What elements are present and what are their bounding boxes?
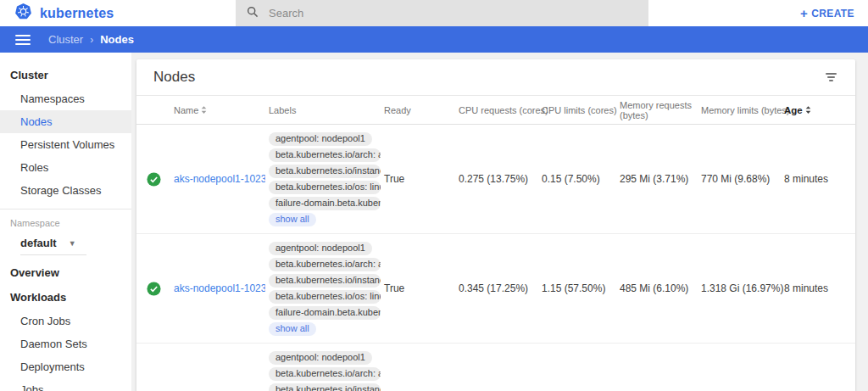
- search-icon: [247, 6, 259, 21]
- cpu-limits-value: 0.15 (7.50%): [542, 173, 620, 185]
- ready-value: True: [384, 173, 459, 185]
- search-bar[interactable]: [236, 0, 648, 26]
- cpu-requests-value: 0.275 (13.75%): [459, 173, 542, 185]
- menu-icon[interactable]: [15, 35, 31, 45]
- age-value: 8 minutes: [784, 173, 845, 185]
- sidebar-header-cluster[interactable]: Cluster: [0, 63, 131, 87]
- sidebar-item-daemon-sets[interactable]: Daemon Sets: [0, 332, 131, 355]
- table-row: aks-nodepool1-10230590-vm… agentpool: no…: [136, 344, 855, 391]
- sidebar-item-cron-jobs[interactable]: Cron Jobs: [0, 310, 131, 332]
- status-ok-icon: [145, 172, 174, 187]
- namespace-label: Namespace: [0, 209, 131, 232]
- app-title: kubernetes: [40, 6, 114, 21]
- ready-value: True: [384, 282, 459, 294]
- sidebar-item-namespaces[interactable]: Namespaces: [0, 87, 131, 110]
- app-header: kubernetes + CREATE: [0, 0, 868, 26]
- kubernetes-logo[interactable]: kubernetes: [0, 3, 236, 24]
- kubernetes-logo-icon: [14, 3, 32, 24]
- node-name-link[interactable]: aks-nodepool1-10230590-vm…: [174, 282, 265, 294]
- main-content: Nodes Name Labels Ready CPU requests (co…: [131, 53, 868, 391]
- table-header: Name Labels Ready CPU requests (cores) C…: [136, 96, 855, 125]
- chevron-right-icon: ›: [90, 34, 93, 46]
- cpu-requests-value: 0.345 (17.25%): [459, 282, 542, 294]
- label-chip: beta.kubernetes.io/arch: amd…: [269, 258, 381, 271]
- label-chip: failure-domain.beta.kubernet…: [269, 306, 381, 320]
- breadcrumb-section[interactable]: Cluster: [48, 33, 83, 46]
- labels-cell: agentpool: nodepool1 beta.kubernetes.io/…: [269, 125, 384, 233]
- filter-icon[interactable]: [822, 70, 840, 85]
- sidebar-item-roles[interactable]: Roles: [0, 156, 131, 179]
- sort-icon: [805, 105, 811, 115]
- sidebar-nav: Cluster Namespaces Nodes Persistent Volu…: [0, 53, 131, 391]
- caret-down-icon: ▼: [69, 239, 76, 248]
- sort-icon: [201, 105, 207, 115]
- column-header-memory-limits[interactable]: Memory limits (bytes): [701, 102, 784, 119]
- show-all-button[interactable]: show all: [269, 213, 316, 226]
- label-chip: agentpool: nodepool1: [269, 132, 372, 146]
- table-row: aks-nodepool1-10230590-vm… agentpool: no…: [136, 125, 855, 234]
- nodes-card: Nodes Name Labels Ready CPU requests (co…: [136, 59, 855, 391]
- labels-cell: agentpool: nodepool1 beta.kubernetes.io/…: [269, 234, 384, 343]
- sidebar-item-overview[interactable]: Overview: [0, 260, 131, 285]
- column-header-ready[interactable]: Ready: [384, 102, 459, 119]
- age-value: 8 minutes: [784, 282, 845, 294]
- sidebar-header-workloads[interactable]: Workloads: [0, 285, 131, 310]
- create-button-label: CREATE: [811, 8, 854, 20]
- column-header-cpu-limits[interactable]: CPU limits (cores): [542, 102, 620, 119]
- column-header-name[interactable]: Name: [174, 102, 269, 119]
- card-titlebar: Nodes: [136, 59, 855, 96]
- search-input[interactable]: [269, 7, 591, 20]
- sidebar-item-storage-classes[interactable]: Storage Classes: [0, 179, 131, 202]
- show-all-button[interactable]: show all: [269, 322, 316, 336]
- column-header-labels[interactable]: Labels: [269, 102, 384, 119]
- sidebar-item-persistent-volumes[interactable]: Persistent Volumes: [0, 133, 131, 156]
- labels-cell: agentpool: nodepool1 beta.kubernetes.io/…: [269, 344, 384, 391]
- sidebar-item-deployments[interactable]: Deployments: [0, 355, 131, 378]
- sidebar-item-jobs[interactable]: Jobs: [0, 378, 131, 391]
- header-actions: + CREATE: [648, 8, 868, 20]
- memory-requests-value: 295 Mi (3.71%): [620, 173, 701, 185]
- breadcrumb-current: Nodes: [100, 33, 134, 46]
- namespace-value: default: [20, 237, 57, 249]
- memory-limits-value: 1.318 Gi (16.97%): [701, 282, 784, 294]
- plus-icon: +: [800, 8, 808, 19]
- breadcrumb: Cluster › Nodes: [48, 33, 134, 46]
- table-row: aks-nodepool1-10230590-vm… agentpool: no…: [136, 234, 855, 344]
- column-header-memory-requests[interactable]: Memory requests (bytes): [620, 97, 701, 124]
- namespace-select[interactable]: default ▼: [20, 233, 86, 255]
- create-button[interactable]: + CREATE: [800, 8, 854, 20]
- label-chip: beta.kubernetes.io/arch: amd…: [269, 148, 381, 162]
- node-name-link[interactable]: aks-nodepool1-10230590-vm…: [174, 173, 265, 185]
- label-chip: beta.kubernetes.io/instance-t…: [269, 274, 381, 288]
- label-chip: failure-domain.beta.kubernet…: [269, 197, 381, 210]
- label-chip: beta.kubernetes.io/os: linux: [269, 290, 381, 304]
- column-header-cpu-requests[interactable]: CPU requests (cores): [459, 102, 542, 119]
- label-chip: beta.kubernetes.io/arch: amd…: [269, 367, 381, 381]
- card-title: Nodes: [153, 69, 195, 86]
- status-ok-icon: [145, 282, 174, 296]
- label-chip: agentpool: nodepool1: [269, 242, 372, 255]
- memory-requests-value: 485 Mi (6.10%): [620, 282, 701, 294]
- label-chip: beta.kubernetes.io/instance-t…: [269, 165, 381, 178]
- label-chip: agentpool: nodepool1: [269, 351, 372, 365]
- label-chip: beta.kubernetes.io/os: linux: [269, 181, 381, 194]
- label-chip: beta.kubernetes.io/instance-t…: [269, 383, 381, 391]
- cpu-limits-value: 1.15 (57.50%): [542, 282, 620, 294]
- breadcrumb-bar: Cluster › Nodes: [0, 26, 868, 53]
- memory-limits-value: 770 Mi (9.68%): [701, 173, 784, 185]
- sidebar-item-nodes[interactable]: Nodes: [0, 110, 131, 133]
- column-header-age[interactable]: Age: [784, 102, 845, 119]
